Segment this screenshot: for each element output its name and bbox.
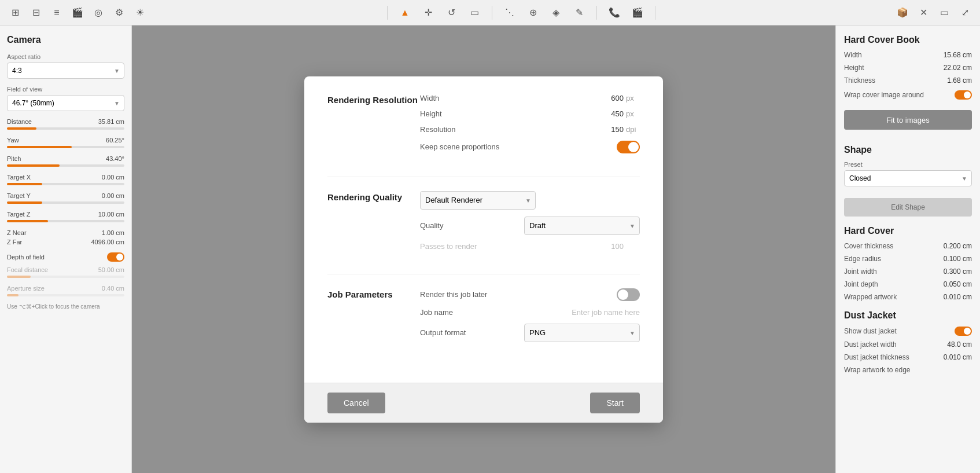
job-section: Job Parameters Render this job later Job…: [327, 288, 640, 349]
modal-body: Rendering Resolution Width 600 px Height…: [304, 76, 663, 383]
settings-icon[interactable]: ⚙: [111, 5, 127, 21]
divider-2: [492, 6, 492, 20]
dust-jacket-thickness-value: 0.010 cm: [944, 353, 972, 361]
material-tool[interactable]: ◈: [548, 5, 564, 21]
dof-toggle[interactable]: [107, 252, 124, 262]
movie-icon[interactable]: 🎬: [69, 5, 86, 21]
fullscreen-icon[interactable]: ⤢: [957, 5, 973, 21]
shape-title: Shape: [844, 145, 972, 155]
passes-field: Passes to render 100: [420, 242, 640, 251]
cover-thickness-prop: Cover thickness 0.200 cm: [844, 242, 972, 250]
render-later-toggle[interactable]: [617, 288, 640, 301]
aperture-slider[interactable]: [7, 294, 124, 296]
focal-distance-slider[interactable]: [7, 276, 124, 278]
renderer-wrapper[interactable]: Default Renderer High Quality Fast Previ…: [420, 191, 536, 210]
width-prop-label: Width: [844, 51, 862, 59]
camera-tool[interactable]: 📞: [606, 5, 622, 21]
add-icon[interactable]: ⊞: [7, 5, 23, 21]
cancel-button[interactable]: Cancel: [327, 393, 385, 413]
height-label: Height: [420, 109, 611, 118]
distance-row: Distance 35.81 cm: [7, 118, 124, 125]
boolean-tool[interactable]: ⊕: [525, 5, 541, 21]
aspect-ratio-select[interactable]: 4:3 16:9 1:1: [7, 63, 124, 79]
distance-slider[interactable]: [7, 127, 124, 130]
select-tool[interactable]: ▲: [397, 5, 413, 21]
output-format-label: Output format: [420, 328, 524, 337]
close-view-icon[interactable]: ✕: [915, 5, 931, 21]
target-z-slider[interactable]: [7, 220, 124, 222]
start-button[interactable]: Start: [590, 393, 640, 413]
panel-title: Camera: [7, 35, 124, 45]
render-tool[interactable]: 🎬: [629, 5, 646, 21]
right-panel: Hard Cover Book Width 15.68 cm Height 22…: [835, 25, 980, 473]
z-far-value: 4096.00 cm: [91, 239, 125, 245]
quality-wrapper[interactable]: Draft Normal High ▼: [524, 217, 640, 235]
resolution-title: Rendering Resolution: [327, 94, 420, 160]
maximize-icon[interactable]: ▭: [936, 5, 952, 21]
show-dust-jacket-toggle[interactable]: [955, 327, 972, 336]
height-field: Height 450 px: [420, 109, 640, 118]
show-dust-jacket-prop: Show dust jacket: [844, 327, 972, 336]
height-prop-value: 22.02 cm: [944, 64, 972, 72]
fit-to-images-button[interactable]: Fit to images: [844, 110, 972, 130]
3d-box-icon[interactable]: 📦: [894, 5, 911, 21]
keep-proportions-label: Keep scene proportions: [420, 142, 617, 151]
move-tool[interactable]: ✛: [420, 5, 436, 21]
scale-tool[interactable]: ▭: [466, 5, 482, 21]
output-format-select[interactable]: PNG JPEG EXR: [524, 324, 640, 342]
resolution-unit: dpi: [626, 125, 640, 134]
target-x-slider[interactable]: [7, 183, 124, 185]
target-x-value: 0.00 cm: [102, 174, 124, 181]
wrap-toggle[interactable]: [955, 90, 972, 100]
edge-radius-label: Edge radius: [844, 255, 881, 263]
preset-label: Preset: [844, 161, 972, 168]
keep-proportions-toggle[interactable]: [617, 141, 640, 153]
wrap-artwork-label: Wrap artwork to edge: [844, 366, 911, 374]
job-name-placeholder[interactable]: Enter job name here: [530, 308, 640, 317]
left-panel: Camera Aspect ratio 4:3 16:9 1:1 ▼ Field…: [0, 25, 132, 473]
quality-label: Quality: [420, 221, 524, 230]
target-y-value: 0.00 cm: [102, 192, 124, 199]
node-tool[interactable]: ⋱: [502, 5, 518, 21]
rotate-tool[interactable]: ↺: [443, 5, 459, 21]
target-y-slider[interactable]: [7, 201, 124, 204]
target-icon[interactable]: ◎: [90, 5, 106, 21]
center-tools: ▲ ✛ ↺ ▭ ⋱ ⊕ ◈ ✎ 📞 🎬: [153, 5, 890, 21]
preset-select[interactable]: Closed Open: [844, 170, 972, 186]
wrap-label: Wrap cover image around: [844, 91, 924, 99]
yaw-row: Yaw 60.25°: [7, 137, 124, 144]
canvas-area: Rendering Resolution Width 600 px Height…: [132, 25, 835, 473]
sun-icon[interactable]: ☀: [132, 5, 148, 21]
output-format-wrapper[interactable]: PNG JPEG EXR ▼: [524, 324, 640, 342]
aspect-ratio-wrapper[interactable]: 4:3 16:9 1:1 ▼: [7, 63, 124, 79]
height-unit: px: [626, 109, 640, 118]
grid-icon[interactable]: ⊟: [28, 5, 44, 21]
yaw-slider[interactable]: [7, 146, 124, 148]
job-name-label: Job name: [420, 308, 530, 317]
dust-jacket-width-value: 48.0 cm: [947, 340, 972, 349]
show-dust-jacket-label: Show dust jacket: [844, 327, 897, 335]
width-value: 600: [611, 94, 624, 102]
keep-proportions-field: Keep scene proportions: [420, 141, 640, 153]
pitch-slider[interactable]: [7, 164, 124, 167]
toolbar-right: 📦 ✕ ▭ ⤢: [894, 5, 973, 21]
dust-jacket-width-label: Dust jacket width: [844, 340, 897, 349]
fov-select[interactable]: 46.7° (50mm): [7, 95, 124, 111]
quality-fields: Default Renderer High Quality Fast Previ…: [420, 191, 640, 258]
divider-4: [655, 6, 655, 20]
edge-radius-value: 0.100 cm: [944, 255, 972, 263]
target-x-label: Target X: [7, 174, 31, 181]
modal-footer: Cancel Start: [304, 383, 663, 423]
quality-select[interactable]: Draft Normal High: [524, 217, 640, 235]
dust-jacket-thickness-label: Dust jacket thickness: [844, 353, 909, 361]
width-field: Width 600 px: [420, 94, 640, 102]
yaw-value: 60.25°: [106, 137, 124, 144]
yaw-label: Yaw: [7, 137, 19, 144]
pitch-label: Pitch: [7, 155, 21, 162]
dof-row: Depth of field: [7, 252, 124, 262]
menu-icon[interactable]: ≡: [49, 5, 65, 21]
fov-wrapper[interactable]: 46.7° (50mm) ▼: [7, 95, 124, 111]
pen-tool[interactable]: ✎: [571, 5, 587, 21]
preset-wrapper[interactable]: Closed Open ▼: [844, 170, 972, 186]
renderer-select[interactable]: Default Renderer High Quality Fast Previ…: [420, 191, 536, 210]
